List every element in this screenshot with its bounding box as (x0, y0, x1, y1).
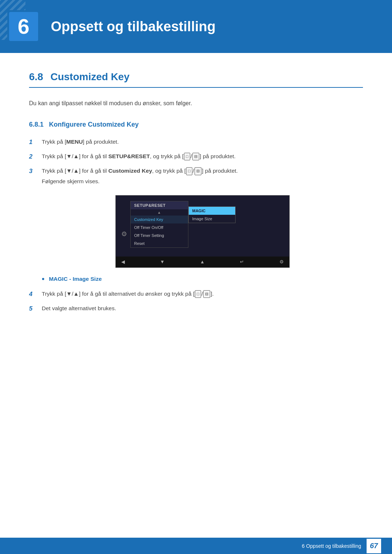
steps-list: 1 Trykk på [MENU] på produktet. 2 Trykk … (29, 138, 363, 186)
step-3-number: 3 (29, 166, 42, 176)
step-5: 5 Det valgte alternativet brukes. (29, 304, 363, 313)
menu-item-off-timer-onoff: Off Timer On/Off (131, 223, 188, 231)
step-4-number: 4 (29, 289, 42, 299)
step-5-number: 5 (29, 304, 42, 313)
subsection-heading: 6.8.1 Konfigurere Customized Key (29, 121, 363, 128)
main-content: 6.8 Customized Key Du kan angi tilpasset… (0, 53, 392, 348)
section-description: Du kan angi tilpasset nøkkel til modusen… (29, 99, 363, 108)
submenu-item-magic: MAGIC (189, 207, 235, 215)
section-number: 6.8 (29, 71, 43, 83)
step-2: 2 Trykk på [▼/▲] for å gå til SETUP&RESE… (29, 152, 363, 161)
page-footer: 6 Oppsett og tilbakestilling 67 (0, 538, 392, 554)
bottom-icon-enter: ↵ (240, 259, 244, 264)
footer-page-number: 67 (367, 539, 381, 553)
step-1: 1 Trykk på [MENU] på produktet. (29, 138, 363, 147)
chapter-header: 6 Oppsett og tilbakestilling (0, 0, 392, 53)
step-5-text: Det valgte alternativet brukes. (42, 304, 363, 313)
subsection-number: 6.8.1 (29, 121, 44, 128)
step-1-number: 1 (29, 137, 42, 147)
screenshot-submenu: MAGIC Image Size (188, 206, 236, 223)
step-2-text: Trykk på [▼/▲] for å gå til SETUP&RESET,… (42, 152, 363, 161)
screenshot-bottom-bar: ◀ ▼ ▲ ↵ ⚙ (116, 257, 289, 267)
chapter-title: Oppsett og tilbakestilling (51, 19, 216, 34)
screenshot-menu-title: SETUP&RESET (131, 201, 188, 209)
step-3: 3 Trykk på [▼/▲] for å gå til Customized… (29, 167, 363, 186)
menu-item-customized-key: Customized Key (131, 216, 188, 223)
menu-item-reset: Reset (131, 239, 188, 247)
chapter-number-inner: 6 (9, 12, 38, 41)
submenu-item-image-size: Image Size (189, 215, 235, 223)
section-heading: 6.8 Customized Key (29, 71, 363, 88)
step-2-number: 2 (29, 152, 42, 161)
screenshot: ⚙ SETUP&RESET ▲ Customized Key Off Timer… (115, 195, 290, 268)
step-3-text: Trykk på [▼/▲] for å gå til Customized K… (42, 167, 363, 186)
screenshot-menu-arrow: ▲ (131, 209, 188, 216)
menu-item-off-timer-setting: Off Timer Setting (131, 231, 188, 239)
subsection-title: Konfigurere Customized Key (49, 121, 139, 128)
section-title: Customized Key (50, 71, 130, 83)
bottom-icon-up: ▲ (200, 259, 205, 264)
chapter-number: 6 (18, 16, 29, 37)
bottom-icon-left: ◀ (121, 259, 125, 264)
step-1-text: Trykk på [MENU] på produktet. (42, 138, 363, 147)
footer-text: 6 Oppsett og tilbakestilling (302, 543, 361, 549)
bullet-dot: • (42, 275, 45, 283)
chapter-number-box: 6 (7, 10, 40, 43)
bottom-icon-down: ▼ (160, 259, 165, 264)
screenshot-menu-panel: SETUP&RESET ▲ Customized Key Off Timer O… (130, 201, 188, 248)
step-4: 4 Trykk på [▼/▲] for å gå til alternativ… (29, 290, 363, 299)
bullet-item: • MAGIC - Image Size (42, 275, 363, 283)
steps-list-2: 4 Trykk på [▼/▲] for å gå til alternativ… (29, 290, 363, 313)
screenshot-container: ⚙ SETUP&RESET ▲ Customized Key Off Timer… (42, 195, 363, 268)
bullet-text: MAGIC - Image Size (49, 276, 102, 282)
gear-icon: ⚙ (121, 230, 127, 238)
bottom-icon-settings: ⚙ (279, 259, 284, 264)
step-4-text: Trykk på [▼/▲] for å gå til alternativet… (42, 290, 363, 299)
